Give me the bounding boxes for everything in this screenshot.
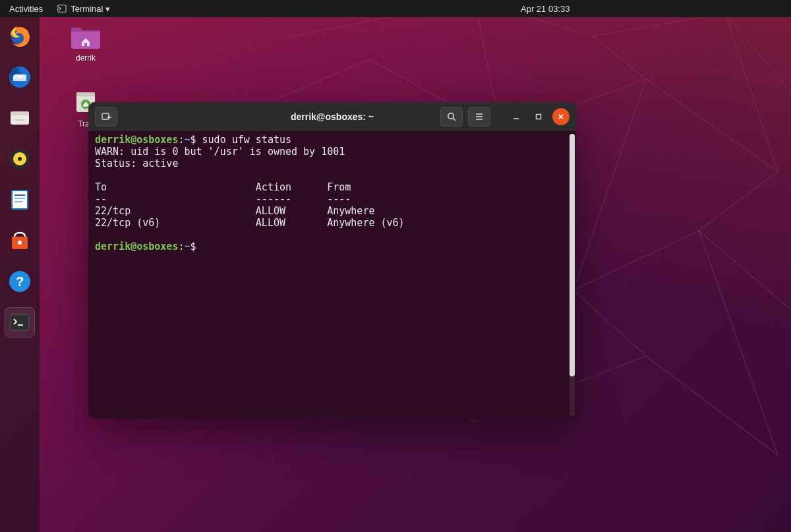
minimize-icon xyxy=(512,113,520,121)
home-folder-icon xyxy=(70,22,102,49)
app-menu-label: Terminal ▾ xyxy=(71,4,110,14)
svg-rect-0 xyxy=(58,5,66,13)
activities-button[interactable]: Activities xyxy=(0,4,52,14)
terminal-icon[interactable] xyxy=(5,307,35,338)
hamburger-menu-button[interactable] xyxy=(468,107,490,127)
app-menu-terminal[interactable]: Terminal ▾ xyxy=(52,4,115,14)
gnome-top-bar: Activities Terminal ▾ Apr 21 03:33 xyxy=(0,0,791,17)
thunderbird-icon[interactable] xyxy=(5,62,35,92)
scrollbar-thumb[interactable] xyxy=(570,134,575,376)
search-button[interactable] xyxy=(440,107,463,127)
svg-rect-13 xyxy=(15,201,22,202)
terminal-output: derrik@osboxes:~$ sudo ufw status WARN: … xyxy=(95,134,571,252)
svg-line-28 xyxy=(453,118,455,121)
software-icon[interactable] xyxy=(5,225,35,256)
svg-rect-24 xyxy=(102,113,109,119)
maximize-icon xyxy=(535,113,542,121)
minimize-button[interactable] xyxy=(508,108,525,125)
terminal-window[interactable]: derrik@osboxes: ~ derrik@osboxes:~$ sudo… xyxy=(88,102,576,419)
svg-rect-22 xyxy=(76,92,95,96)
files-icon[interactable] xyxy=(5,103,35,133)
svg-rect-20 xyxy=(84,43,87,46)
terminal-header-bar[interactable]: derrik@osboxes: ~ xyxy=(88,102,576,131)
gnome-dock: ? xyxy=(0,17,40,532)
svg-point-8 xyxy=(18,157,22,161)
svg-point-14 xyxy=(18,241,22,245)
terminal-body[interactable]: derrik@osboxes:~$ sudo ufw status WARN: … xyxy=(88,131,576,419)
terminal-scrollbar[interactable] xyxy=(570,134,575,416)
close-icon xyxy=(557,113,565,121)
svg-text:?: ? xyxy=(16,274,24,289)
clock-label[interactable]: Apr 21 03:33 xyxy=(521,4,570,14)
maximize-button[interactable] xyxy=(530,108,547,125)
svg-rect-11 xyxy=(15,194,25,196)
svg-rect-4 xyxy=(11,111,29,115)
svg-point-27 xyxy=(448,113,454,119)
rhythmbox-icon[interactable] xyxy=(5,144,35,174)
new-tab-button[interactable] xyxy=(95,107,117,127)
new-tab-icon xyxy=(101,111,111,122)
svg-rect-9 xyxy=(12,191,28,209)
window-title: derrik@osboxes: ~ xyxy=(88,111,576,122)
home-folder-label: derrik xyxy=(76,53,96,63)
writer-icon[interactable] xyxy=(5,185,35,215)
search-icon xyxy=(446,111,457,122)
home-folder-desktop-icon[interactable]: derrik xyxy=(65,22,107,63)
close-button[interactable] xyxy=(552,108,570,125)
firefox-icon[interactable] xyxy=(5,21,35,51)
svg-rect-17 xyxy=(11,314,29,330)
svg-rect-12 xyxy=(15,198,25,199)
hamburger-icon xyxy=(474,111,484,122)
help-icon[interactable]: ? xyxy=(5,266,35,297)
terminal-small-icon xyxy=(57,4,67,13)
svg-rect-33 xyxy=(537,115,541,119)
svg-rect-5 xyxy=(15,119,24,121)
